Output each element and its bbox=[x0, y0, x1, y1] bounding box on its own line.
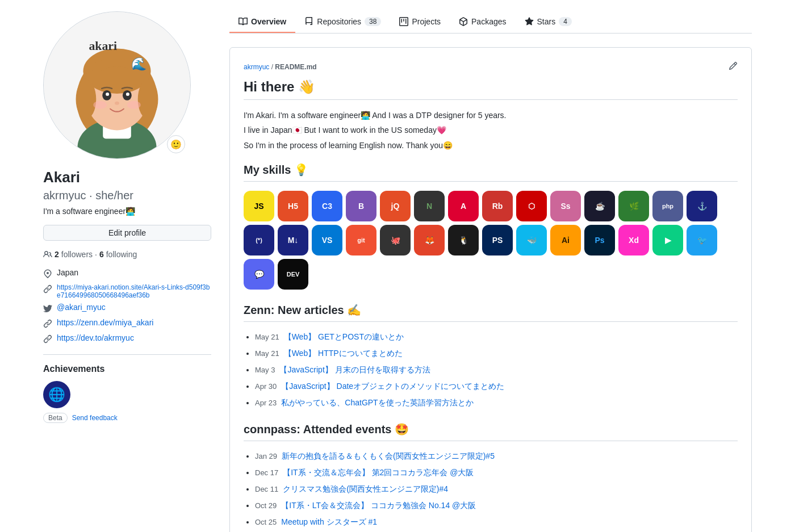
tab-stars-count: 4 bbox=[559, 17, 572, 26]
tab-stars-label: Stars bbox=[537, 17, 556, 26]
zenn-article-item: Apr 23私がやっている、ChatGPTを使った英語学習方法とか bbox=[255, 397, 738, 409]
svg-point-13 bbox=[115, 102, 119, 105]
tab-overview-label: Overview bbox=[251, 17, 286, 26]
package-icon bbox=[459, 17, 468, 26]
intro-line-2: I live in Japan🇯🇵 But I want to work in … bbox=[244, 124, 738, 136]
connpass-event-item: Dec 11クリスマス勉強会(関西女性エンジニア限定)#4 bbox=[255, 483, 738, 495]
tabs-nav: Overview Repositories 38 Projects Packag… bbox=[229, 11, 752, 33]
zenn-articles-list: May 21【Web】 GETとPOSTの違いとかMay 21【Web】 HTT… bbox=[244, 331, 738, 409]
meta-twitter: @akari_myuc bbox=[43, 303, 211, 315]
intro-line-3: So I'm in the process of learning Englis… bbox=[244, 139, 738, 152]
link-icon-1 bbox=[43, 284, 52, 295]
svg-point-15 bbox=[127, 101, 141, 109]
followers-row: 2 followers · 6 following bbox=[43, 250, 211, 259]
followers-count[interactable]: 2 bbox=[55, 250, 59, 259]
skill-badge-angular: A bbox=[448, 191, 479, 221]
skills-grid: JSH5C3BjQNARb⬡Ss☕🌿php⚓(*)M↓VSgit🐙🦊🐧PS🐳Ai… bbox=[244, 191, 738, 290]
zenn-article-item: May 3【JavaScript】 月末の日付を取得する方法 bbox=[255, 364, 738, 376]
skill-badge-docker: 🐳 bbox=[516, 225, 547, 255]
edit-profile-button[interactable]: Edit profile bbox=[43, 225, 211, 241]
event-date: Oct 25 bbox=[255, 518, 277, 526]
connpass-event-item: Oct 29【IT系・LT会＆交流会】 ココカラ勉強会 No.14 @大阪 bbox=[255, 500, 738, 512]
beta-row: Beta Send feedback bbox=[43, 413, 211, 423]
tab-overview[interactable]: Overview bbox=[229, 11, 295, 33]
svg-point-12 bbox=[126, 93, 129, 96]
repo-icon bbox=[304, 17, 313, 26]
avatar: 🌊 akari bbox=[43, 11, 191, 159]
readme-path-user[interactable]: akrmyuc bbox=[244, 63, 269, 71]
article-link[interactable]: 【JavaScript】 Dateオブジェクトのメソッドについてまとめた bbox=[281, 382, 504, 391]
article-link[interactable]: 【JavaScript】 月末の日付を取得する方法 bbox=[279, 365, 430, 374]
send-feedback-link[interactable]: Send feedback bbox=[72, 414, 118, 422]
skill-badge-discord: 💬 bbox=[244, 259, 274, 290]
profile-meta-list: Japan https://miya-akari.notion.site/Aka… bbox=[43, 268, 211, 345]
event-link[interactable]: クリスマス勉強会(関西女性エンジニア限定)#4 bbox=[283, 484, 448, 493]
achievement-emoji: 🌐 bbox=[48, 387, 65, 403]
main-content: Overview Repositories 38 Projects Packag… bbox=[229, 11, 752, 532]
skill-badge-html5: H5 bbox=[278, 191, 308, 221]
followers-label: followers bbox=[61, 250, 93, 259]
readme-path: akrmyuc / README.md bbox=[244, 63, 317, 71]
profile-bio: I'm a software engineer🧑‍💻 bbox=[43, 207, 211, 216]
svg-point-8 bbox=[138, 79, 158, 119]
event-link[interactable]: 【IT系・LT会＆交流会】 ココカラ勉強会 No.14 @大阪 bbox=[281, 501, 476, 510]
project-icon bbox=[399, 17, 408, 26]
article-link[interactable]: 私がやっている、ChatGPTを使った英語学習方法とか bbox=[281, 398, 473, 407]
link-icon-3 bbox=[43, 334, 52, 345]
divider-1 bbox=[43, 354, 211, 355]
meta-twitter-link[interactable]: @akari_myuc bbox=[57, 303, 106, 312]
connpass-events-list: Jan 29新年の抱負を語る＆もくもく会(関西女性エンジニア限定)#5Dec 1… bbox=[244, 450, 738, 528]
event-link[interactable]: 新年の抱負を語る＆もくもく会(関西女性エンジニア限定)#5 bbox=[282, 451, 495, 460]
meta-link-devto: https://dev.to/akrmyuc bbox=[43, 333, 211, 345]
skill-badge-powershell: PS bbox=[482, 225, 513, 255]
skill-badge-markdown: M↓ bbox=[278, 225, 308, 255]
tab-repositories-count: 38 bbox=[365, 17, 381, 26]
meta-link-notion: https://miya-akari.notion.site/Akari-s-L… bbox=[43, 283, 211, 299]
skill-badge-vscode: VS bbox=[312, 225, 342, 255]
readme-header: akrmyuc / README.md bbox=[244, 61, 738, 72]
skill-badge-sass: Ss bbox=[550, 191, 581, 221]
avatar-container: 🌊 akari 🙂 bbox=[43, 11, 191, 159]
achievement-badge: 🌐 bbox=[43, 381, 70, 408]
event-link[interactable]: 【IT系・交流＆忘年会】 第2回ココカラ忘年会 @大阪 bbox=[283, 468, 474, 477]
readme-title: Hi there 👋 bbox=[244, 79, 738, 100]
event-link[interactable]: Meetup with シスターズ #1 bbox=[281, 517, 377, 526]
meta-zenn-link[interactable]: https://zenn.dev/miya_akari bbox=[57, 318, 153, 327]
svg-point-7 bbox=[76, 79, 97, 119]
skill-badge-java: ☕ bbox=[584, 191, 615, 221]
meta-devto-link[interactable]: https://dev.to/akrmyuc bbox=[57, 333, 134, 342]
skill-badge-nodejs: N bbox=[414, 191, 445, 221]
connpass-event-item: Jan 29新年の抱負を語る＆もくもく会(関西女性エンジニア限定)#5 bbox=[255, 450, 738, 462]
people-icon bbox=[43, 250, 52, 259]
readme-path-file: README.md bbox=[275, 63, 316, 71]
tab-projects[interactable]: Projects bbox=[390, 11, 450, 33]
following-count[interactable]: 6 bbox=[99, 250, 104, 259]
tab-repositories[interactable]: Repositories 38 bbox=[295, 11, 390, 33]
article-link[interactable]: 【Web】 GETとPOSTの違いとか bbox=[284, 332, 404, 341]
beta-badge: Beta bbox=[43, 413, 68, 423]
skill-badge-bootstrap: B bbox=[346, 191, 376, 221]
event-date: Dec 11 bbox=[255, 485, 278, 493]
profile-username: akrmyuc · she/her bbox=[43, 189, 211, 202]
link-icon-2 bbox=[43, 319, 52, 330]
zenn-article-item: May 21【Web】 GETとPOSTの違いとか bbox=[255, 331, 738, 343]
edit-icon[interactable] bbox=[729, 61, 738, 72]
event-date: Oct 29 bbox=[255, 501, 277, 510]
skill-badge-xd: Xd bbox=[618, 225, 649, 255]
avatar-smile-button[interactable]: 🙂 bbox=[167, 135, 185, 153]
tab-stars[interactable]: Stars 4 bbox=[516, 11, 581, 33]
skill-badge-jquery: jQ bbox=[380, 191, 411, 221]
article-date: May 21 bbox=[255, 333, 279, 341]
zenn-article-item: Apr 30【JavaScript】 Dateオブジェクトのメソッドについてまと… bbox=[255, 380, 738, 392]
zenn-article-item: May 21【Web】 HTTPについてまとめた bbox=[255, 347, 738, 359]
profile-name: Akari bbox=[43, 168, 211, 187]
event-date: Jan 29 bbox=[255, 452, 277, 460]
skill-badge-ruby: Rb bbox=[482, 191, 513, 221]
meta-notion-link[interactable]: https://miya-akari.notion.site/Akari-s-L… bbox=[57, 283, 211, 299]
connpass-title: connpass: Attended events 🤩 bbox=[244, 422, 738, 441]
article-link[interactable]: 【Web】 HTTPについてまとめた bbox=[284, 349, 403, 358]
tab-packages[interactable]: Packages bbox=[450, 11, 515, 33]
skill-badge-gitlab: 🦊 bbox=[414, 225, 445, 255]
readme-content: Hi there 👋 I'm Akari. I'm a software eng… bbox=[244, 79, 738, 528]
tab-projects-label: Projects bbox=[412, 17, 441, 26]
